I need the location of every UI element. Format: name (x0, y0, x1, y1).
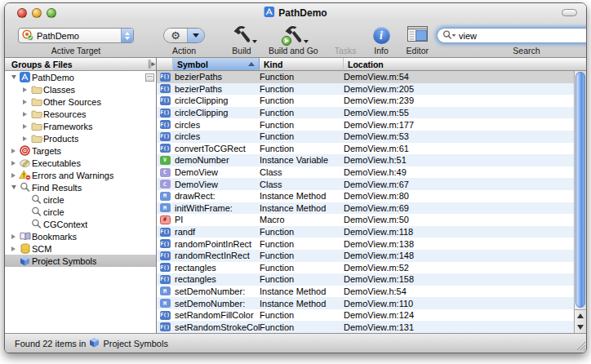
sidebar-item-label: Errors and Warnings (32, 171, 113, 180)
symbol-column-header[interactable]: Symbol (173, 58, 260, 71)
toolbar-toggle-pill[interactable] (562, 9, 577, 16)
table-row[interactable]: F()bezierPathsFunctionDemoView.m:205 (157, 83, 586, 95)
table-row[interactable]: F()setRandomStrokeColoFunctionDemoView.m… (157, 321, 586, 333)
scroll-up-arrow[interactable] (575, 310, 586, 322)
search-input[interactable] (459, 31, 587, 41)
cell-symbol: circles (173, 131, 260, 141)
sidebar-item-scm[interactable]: SCM (5, 242, 156, 255)
function-badge-icon: F() (160, 239, 171, 248)
disclosure-collapsed-icon[interactable] (9, 161, 18, 166)
disclosure-collapsed-icon[interactable] (9, 173, 18, 178)
disclosure-expanded-icon[interactable] (9, 75, 18, 79)
table-row[interactable]: MsetDemoNumber:Instance MethodDemoView.h… (157, 286, 586, 298)
disclosure-collapsed-icon[interactable] (20, 87, 29, 92)
table-row[interactable]: F()bezierPathsFunctionDemoView.m:54 (157, 71, 586, 83)
disclosure-collapsed-icon[interactable] (9, 234, 18, 239)
table-row[interactable]: F()randomRectInRectFunctionDemoView.m:14… (157, 250, 586, 262)
disclosure-collapsed-icon[interactable] (9, 246, 18, 251)
split-editor-widget[interactable] (145, 73, 154, 82)
cell-location: DemoView.m:158 (344, 274, 586, 284)
location-column-header[interactable]: Location (344, 58, 586, 71)
sidebar-item-project-symbols[interactable]: Project Symbols (5, 255, 156, 267)
zoom-button[interactable] (47, 8, 56, 18)
sidebar-item-other-sources[interactable]: Other Sources (5, 95, 156, 108)
table-row[interactable]: F()randfFunctionDemoView.m:118 (157, 226, 586, 238)
minimize-button[interactable] (32, 8, 42, 18)
toolbar-button-label: Info (374, 46, 389, 55)
table-row[interactable]: F()rectanglesFunctionDemoView.m:158 (157, 273, 586, 286)
disclosure-collapsed-icon[interactable] (20, 100, 29, 104)
table-row[interactable]: MinitWithFrame:Instance MethodDemoView.m… (157, 202, 586, 215)
toolbar-button-build[interactable]: Build (231, 26, 252, 55)
toolbar-button-info[interactable]: iInfo (373, 26, 390, 55)
warning-icon (18, 170, 32, 180)
disclosure-collapsed-icon[interactable] (20, 124, 29, 129)
sidebar-item-find-results[interactable]: Find Results (5, 181, 156, 193)
table-row[interactable]: VdemoNumberInstance VariableDemoView.h:5… (157, 154, 586, 166)
search-field[interactable]: ✕ (437, 28, 587, 43)
disclosure-collapsed-icon[interactable] (20, 136, 29, 141)
magnifier-icon (18, 182, 32, 193)
xcode-project-icon (18, 72, 32, 82)
function-badge-icon: F() (160, 263, 171, 272)
scroll-down-arrow[interactable] (575, 322, 586, 333)
disclosure-expanded-icon[interactable] (9, 185, 18, 189)
sidebar-item-label: circle (43, 207, 64, 217)
executable-icon (18, 158, 32, 168)
sidebar-item-targets[interactable]: Targets (5, 144, 156, 157)
function-badge-icon: F() (160, 228, 171, 237)
table-row[interactable]: CDemoViewClassDemoView.m:67 (157, 178, 586, 190)
kind-column-header[interactable]: Kind (260, 58, 344, 71)
table-row[interactable]: F()convertToCGRectFunctionDemoView.m:61 (157, 143, 586, 155)
sidebar-item-circle[interactable]: circle (5, 206, 156, 218)
sidebar-item-label: Bookmarks (32, 232, 77, 242)
search-group: ✕ Search (437, 26, 587, 55)
titlebar[interactable]: PathDemo (5, 3, 586, 22)
table-row[interactable]: F()randomPointInRectFunctionDemoView.m:1… (157, 237, 586, 250)
table-row[interactable]: CDemoViewClassDemoView.h:49 (157, 166, 586, 179)
toolbar-button-build-and-go[interactable]: Build and Go (269, 26, 318, 55)
cell-kind: Class (260, 167, 344, 177)
table-row[interactable]: F()circlesFunctionDemoView.m:177 (157, 118, 586, 131)
splitter-collapse-icon[interactable]: ║▸ (147, 60, 154, 68)
sidebar-item-executables[interactable]: Executables (5, 157, 156, 169)
toolbar-button-tasks: Tasks (335, 26, 357, 55)
sidebar-header[interactable]: Groups & Files ║▸ (5, 58, 156, 71)
table-row[interactable]: MdrawRect:Instance MethodDemoView.m:80 (157, 190, 586, 202)
disclosure-collapsed-icon[interactable] (20, 112, 29, 117)
close-button[interactable] (17, 8, 27, 18)
status-bar: Found 22 items in Project Symbols (5, 333, 586, 353)
sidebar-item-circle[interactable]: circle (5, 193, 156, 206)
sidebar-item-classes[interactable]: Classes (5, 83, 156, 95)
table-row[interactable]: F()rectanglesFunctionDemoView.m:52 (157, 262, 586, 274)
resize-grip[interactable] (575, 340, 585, 352)
toolbar-button-label: Build and Go (269, 46, 318, 55)
sidebar-item-products[interactable]: Products (5, 132, 156, 144)
magnifier-icon (29, 219, 43, 229)
scrollbar-thumb[interactable] (575, 72, 585, 308)
vertical-scrollbar[interactable] (574, 71, 586, 333)
table-row[interactable]: F()circleClippingFunctionDemoView.m:55 (157, 107, 586, 119)
sidebar-item-frameworks[interactable]: Frameworks (5, 120, 156, 132)
cell-location: DemoView.h:51 (344, 155, 586, 165)
sidebar-item-cgcontext[interactable]: CGContext (5, 218, 156, 230)
table-row[interactable]: MsetDemoNumber:Instance MethodDemoView.m… (157, 297, 586, 309)
cell-symbol: rectangles (173, 263, 260, 273)
sidebar-item-pathdemo[interactable]: PathDemo (5, 71, 156, 83)
sidebar-item-resources[interactable]: Resources (5, 108, 156, 120)
table-row[interactable]: F()circlesFunctionDemoView.m:53 (157, 131, 586, 143)
disclosure-collapsed-icon[interactable] (9, 149, 18, 153)
table-row[interactable]: F()circleClippingFunctionDemoView.m:239 (157, 95, 586, 107)
sidebar-item-label: Classes (43, 85, 75, 95)
icon-column-header[interactable] (157, 58, 173, 71)
table-row[interactable]: #PIMacroDemoView.m:50 (157, 214, 586, 226)
cell-symbol: rectangles (173, 274, 260, 284)
sidebar-item-errors-and-warnings[interactable]: Errors and Warnings (5, 169, 156, 181)
table-row[interactable]: F()setRandomFillColorFunctionDemoView.m:… (157, 309, 586, 322)
sidebar-item-bookmarks[interactable]: Bookmarks (5, 230, 156, 242)
target-check-icon (22, 29, 33, 42)
toolbar-button-editor[interactable]: Editor (407, 26, 429, 55)
active-target-popup[interactable]: PathDemo (18, 28, 134, 43)
action-button[interactable]: ⚙ (163, 28, 205, 43)
cell-symbol: DemoView (173, 167, 260, 177)
